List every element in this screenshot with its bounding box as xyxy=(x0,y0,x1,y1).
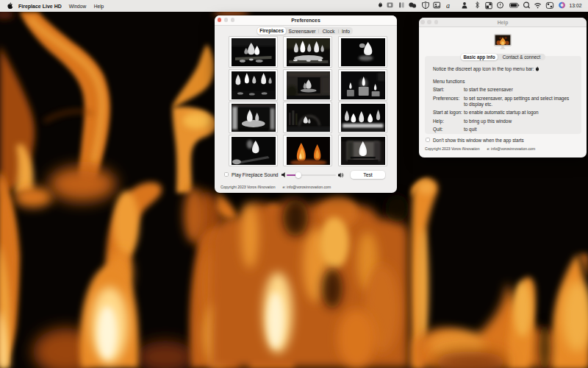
svg-text:13:02: 13:02 xyxy=(570,3,582,8)
svg-text:a: a xyxy=(446,1,450,10)
